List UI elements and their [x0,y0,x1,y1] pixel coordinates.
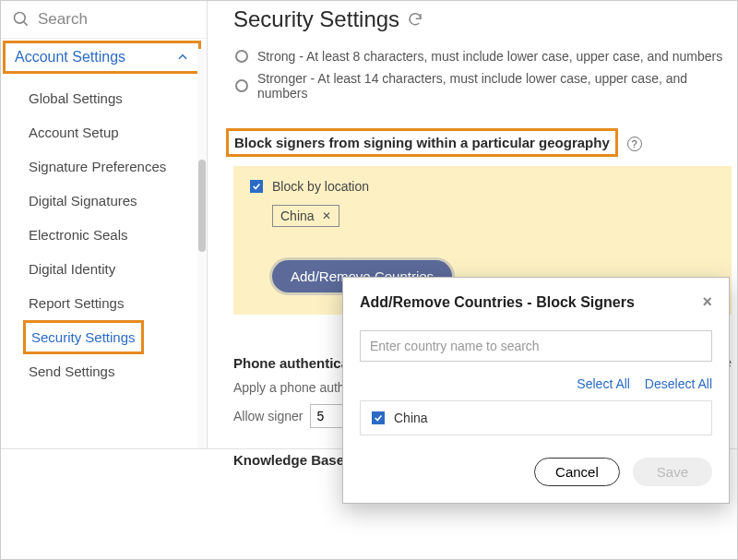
svg-point-0 [15,13,26,24]
close-icon[interactable]: × [702,292,712,312]
block-by-location-label: Block by location [272,179,369,194]
phone-auth-apply-text: Apply a phone auth [233,380,345,395]
sidebar-section-label: Account Settings [15,49,125,66]
chevron-up-icon [176,51,189,64]
sidebar: Search Account Settings Global Settings … [1,1,208,449]
checkbox-checked-icon [372,411,385,424]
save-button: Save [633,458,712,486]
sidebar-item-send-settings[interactable]: Send Settings [29,354,207,388]
sidebar-section-account-settings[interactable]: Account Settings [3,41,201,74]
add-remove-countries-dialog: Add/Remove Countries - Block Signers × S… [342,277,730,504]
page-title: Security Settings [233,6,737,32]
sidebar-item-electronic-seals[interactable]: Electronic Seals [29,218,207,252]
search-placeholder: Search [38,10,88,29]
sidebar-items: Global Settings Account Setup Signature … [1,76,207,388]
sidebar-scrollbar[interactable] [197,49,207,448]
country-list: China [360,400,712,435]
select-links: Select All Deselect All [360,376,712,391]
sidebar-item-signature-preferences[interactable]: Signature Preferences [29,149,207,184]
search-input-wrap[interactable]: Search [1,1,207,39]
country-chip-china[interactable]: China ✕ [272,205,339,227]
country-item-china[interactable]: China [372,411,700,425]
sidebar-item-digital-identity[interactable]: Digital Identity [29,252,207,286]
close-icon[interactable]: ✕ [322,209,331,222]
country-search-input[interactable] [360,330,712,362]
radio-icon [235,79,248,92]
select-all-link[interactable]: Select All [577,376,630,391]
svg-line-1 [24,22,28,26]
dialog-title: Add/Remove Countries - Block Signers [360,294,635,311]
phone-auth-allow-text: Allow signer [233,409,303,423]
page-title-text: Security Settings [233,6,399,32]
deselect-all-link[interactable]: Deselect All [645,376,712,391]
sidebar-item-account-setup[interactable]: Account Setup [29,115,207,149]
sidebar-item-global-settings[interactable]: Global Settings [29,81,207,115]
sidebar-item-security-settings[interactable]: Security Settings [23,320,144,354]
sidebar-item-report-settings[interactable]: Report Settings [29,286,207,320]
refresh-icon[interactable] [407,11,423,28]
block-by-location-checkbox-row[interactable]: Block by location [250,179,715,194]
country-item-label: China [394,411,428,425]
password-option-strong-label: Strong - At least 8 characters, must inc… [257,49,722,64]
password-option-stronger-label: Stronger - At least 14 characters, must … [257,71,737,101]
sidebar-scrollbar-thumb[interactable] [198,160,206,252]
checkbox-checked-icon [250,180,263,193]
country-chip-label: China [280,209,315,223]
radio-icon [235,50,248,63]
password-option-stronger[interactable]: Stronger - At least 14 characters, must … [235,67,737,104]
block-signers-section-title: Block signers from signing within a part… [226,128,618,157]
password-option-strong[interactable]: Strong - At least 8 characters, must inc… [235,45,737,67]
cancel-button[interactable]: Cancel [534,458,620,486]
kba-section-title: Knowledge Based [233,452,352,468]
sidebar-item-digital-signatures[interactable]: Digital Signatures [29,184,207,218]
help-icon[interactable]: ? [627,137,642,151]
search-icon [12,10,30,29]
